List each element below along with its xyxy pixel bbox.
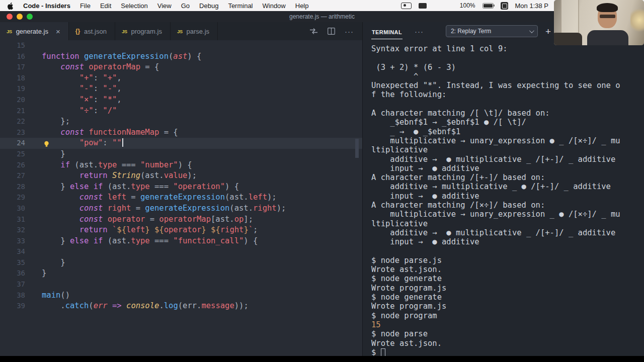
terminal-line <box>371 247 644 256</box>
menu-view[interactable]: View <box>157 2 172 10</box>
code-line-38[interactable]: 38main() <box>0 290 362 301</box>
code-line-28[interactable]: 28 } else if (ast.type === "operation") … <box>0 182 362 193</box>
zoom-window-button[interactable] <box>27 14 33 20</box>
terminal-line: Wrote program.js <box>371 302 644 311</box>
terminal-line: input → ● additive <box>371 192 644 201</box>
terminal-more-actions-icon[interactable]: ··· <box>415 27 424 36</box>
more-actions-icon[interactable]: ··· <box>345 27 354 36</box>
code-line-26[interactable]: 26 if (ast.type === "number") { <box>0 160 362 171</box>
tab-generate.js[interactable]: JSgenerate.js× <box>0 22 69 40</box>
new-terminal-button[interactable]: + <box>545 27 551 36</box>
terminal-line: ltiplicative <box>371 219 644 228</box>
tab-bar: JSgenerate.js×{}ast.jsonJSprogram.jsJSpa… <box>0 22 362 40</box>
code-line-36[interactable]: 36} <box>0 268 362 279</box>
terminal-output[interactable]: Syntax error at line 1 col 9: (3 + 2) * … <box>363 40 644 356</box>
line-number: 39 <box>0 301 25 312</box>
menu-selection[interactable]: Selection <box>121 2 147 10</box>
code-line-15[interactable]: 15 <box>0 40 362 51</box>
tab-ast.json[interactable]: {}ast.json <box>69 22 115 40</box>
terminal-line <box>371 53 644 62</box>
code-line-19[interactable]: 19 "-": "-", <box>0 83 362 95</box>
macos-menubar: Code - Insiders FileEditSelectionViewGoD… <box>0 0 644 11</box>
workbench: JSgenerate.js×{}ast.jsonJSprogram.jsJSpa… <box>0 22 644 356</box>
split-editor-icon[interactable] <box>328 28 335 35</box>
terminal-line: additive → ● multiplicative _ /[+-]/ _ a… <box>371 228 644 237</box>
terminal-line: A character matching /[+-]/ based on: <box>371 173 644 182</box>
terminal-line: input → ● additive <box>371 237 644 246</box>
code-line-39[interactable]: 39 .catch(err => console.log(err.message… <box>0 301 362 312</box>
terminal-line: input → ● additive <box>371 164 644 173</box>
menubar-left: Code - Insiders FileEditSelectionViewGoD… <box>7 2 309 10</box>
code-line-30[interactable]: 30 const right = generateExpression(ast.… <box>0 203 362 214</box>
line-number: 16 <box>0 51 25 62</box>
code-line-32[interactable]: 32 return `${left} ${operator} ${right}`… <box>0 225 362 236</box>
code-line-22[interactable]: 22 }; <box>0 116 362 127</box>
code-line-20[interactable]: 20 "×": "*", <box>0 95 362 106</box>
code-line-17[interactable]: 17 const operatorMap = { <box>0 62 362 73</box>
menu-help[interactable]: Help <box>295 2 309 10</box>
terminal-line: Wrote program.js <box>371 284 644 293</box>
line-number: 22 <box>0 116 25 127</box>
code-line-37[interactable]: 37 <box>0 279 362 290</box>
menu-file[interactable]: File <box>80 2 91 10</box>
code-line-35[interactable]: 35 } <box>0 257 362 268</box>
camera-icon[interactable] <box>419 3 427 9</box>
close-icon[interactable]: × <box>56 27 60 36</box>
open-changes-icon[interactable] <box>309 28 318 35</box>
menu-terminal[interactable]: Terminal <box>228 2 253 10</box>
line-number: 18 <box>0 73 25 84</box>
line-number: 24 <box>0 138 25 149</box>
code-line-23[interactable]: 23 const functionNameMap = { <box>0 127 362 138</box>
screen: Code - Insiders FileEditSelectionViewGoD… <box>0 0 644 362</box>
terminal-line: 15 <box>371 320 644 329</box>
line-number: 30 <box>0 203 25 214</box>
terminal-line: additive → multiplicative _ ● /[+-]/ _ a… <box>371 182 644 191</box>
code-line-33[interactable]: 33 } else if (ast.type === "function_cal… <box>0 236 362 247</box>
terminal-line: $ node program <box>371 311 644 320</box>
battery-icon[interactable] <box>482 3 494 9</box>
menu-debug[interactable]: Debug <box>199 2 218 10</box>
code-line-18[interactable]: 18 "+": "+", <box>0 73 362 84</box>
code-line-16[interactable]: 16function generateExpression(ast) { <box>0 51 362 62</box>
code-line-25[interactable]: 25 } <box>0 149 362 160</box>
terminal-line <box>371 100 644 109</box>
terminal-line: A character matching /[ \t]/ based on: <box>371 109 644 118</box>
terminal-line: $ node parse.js <box>371 256 644 265</box>
code-line-34[interactable]: 34 <box>0 246 362 257</box>
code-line-21[interactable]: 21 "÷": "/" <box>0 106 362 117</box>
window-titlebar: generate.js — arithmetic <box>0 11 644 22</box>
tab-label: program.js <box>131 28 162 35</box>
terminal-line: A character matching /[×÷]/ based on: <box>371 201 644 210</box>
code-line-27[interactable]: 27 return String(ast.value); <box>0 170 362 182</box>
tab-bar-tabs: JSgenerate.js×{}ast.jsonJSprogram.jsJSpa… <box>0 22 218 40</box>
webcam-overlay <box>554 0 644 45</box>
line-number: 27 <box>0 170 25 182</box>
close-window-button[interactable] <box>7 14 13 20</box>
code-line-29[interactable]: 29 const left = generateExpression(ast.l… <box>0 192 362 203</box>
tab-program.js[interactable]: JSprogram.js <box>115 22 171 40</box>
line-number: 31 <box>0 214 25 225</box>
tab-label: ast.json <box>84 28 107 35</box>
terminal-instance-select[interactable]: 2: Replay Term <box>446 25 538 37</box>
menu-edit[interactable]: Edit <box>100 2 111 10</box>
menu-window[interactable]: Window <box>263 2 286 10</box>
minimize-window-button[interactable] <box>17 14 23 20</box>
code-line-31[interactable]: 31 const operator = operatorMap[ast.op]; <box>0 214 362 225</box>
letterbox-bottom <box>0 356 644 362</box>
menubar-clock[interactable]: Mon 1:38 P <box>515 2 549 10</box>
tab-terminal[interactable]: TERMINAL <box>371 24 403 39</box>
apple-icon[interactable] <box>7 2 14 10</box>
tab-parse.js[interactable]: JSparse.js <box>171 22 218 40</box>
editor-actions: ··· <box>309 22 362 40</box>
line-number: 38 <box>0 290 25 301</box>
menubar-app-name[interactable]: Code - Insiders <box>23 2 70 10</box>
terminal-line: Syntax error at line 1 col 9: <box>371 44 644 53</box>
screen-record-icon[interactable] <box>401 3 412 9</box>
code-line-24[interactable]: 24 "pow": "" <box>0 138 362 149</box>
code-editor[interactable]: 1516function generateExpression(ast) {17… <box>0 40 362 356</box>
editor-scrollbar[interactable] <box>355 139 359 158</box>
menu-go[interactable]: Go <box>181 2 190 10</box>
terminal-line: $ node generate <box>371 274 644 283</box>
code-lines: 1516function generateExpression(ast) {17… <box>0 40 362 312</box>
menubar-app-icon[interactable] <box>501 2 508 10</box>
